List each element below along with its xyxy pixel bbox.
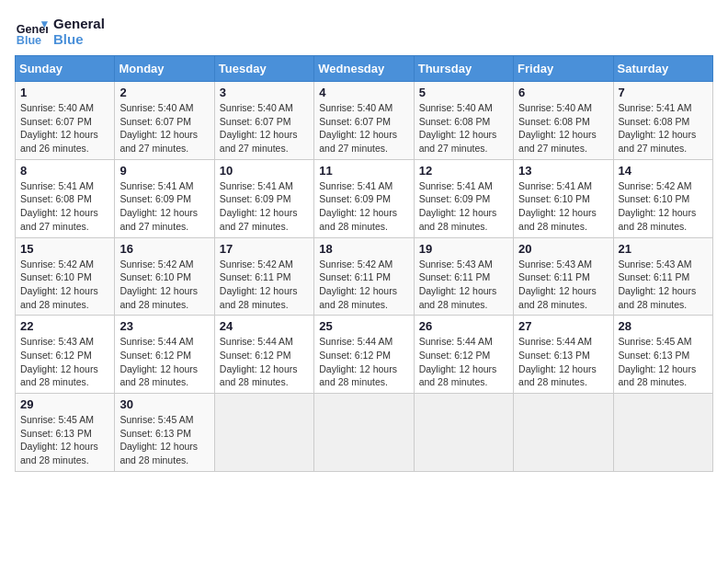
day-number: 11	[319, 164, 408, 178]
day-info: Sunrise: 5:40 AM Sunset: 6:07 PM Dayligh…	[20, 101, 109, 155]
day-header-monday: Monday	[115, 56, 214, 82]
day-number: 9	[119, 164, 209, 178]
calendar-table: SundayMondayTuesdayWednesdayThursdayFrid…	[15, 55, 713, 472]
day-header-tuesday: Tuesday	[214, 56, 313, 82]
day-header-wednesday: Wednesday	[314, 56, 414, 82]
calendar-cell: 19 Sunrise: 5:43 AM Sunset: 6:11 PM Dayl…	[414, 237, 513, 316]
calendar-cell: 7 Sunrise: 5:41 AM Sunset: 6:08 PM Dayli…	[613, 82, 712, 160]
calendar-header: SundayMondayTuesdayWednesdayThursdayFrid…	[16, 56, 713, 82]
day-number: 5	[419, 86, 508, 99]
calendar-cell	[214, 394, 313, 472]
day-number: 3	[220, 86, 309, 99]
calendar-cell: 21 Sunrise: 5:43 AM Sunset: 6:11 PM Dayl…	[613, 237, 712, 316]
day-number: 7	[619, 86, 708, 99]
day-info: Sunrise: 5:40 AM Sunset: 6:07 PM Dayligh…	[220, 101, 309, 155]
calendar-cell: 5 Sunrise: 5:40 AM Sunset: 6:08 PM Dayli…	[414, 82, 513, 160]
day-number: 16	[119, 242, 209, 256]
calendar-cell: 9 Sunrise: 5:41 AM Sunset: 6:09 PM Dayli…	[115, 159, 214, 237]
day-header-thursday: Thursday	[414, 56, 513, 82]
day-number: 18	[319, 242, 408, 256]
calendar-week-3: 15 Sunrise: 5:42 AM Sunset: 6:10 PM Dayl…	[16, 237, 713, 316]
day-number: 4	[319, 86, 408, 99]
calendar-cell: 4 Sunrise: 5:40 AM Sunset: 6:07 PM Dayli…	[314, 82, 414, 160]
day-number: 19	[419, 242, 508, 256]
day-number: 20	[518, 242, 608, 256]
day-info: Sunrise: 5:41 AM Sunset: 6:09 PM Dayligh…	[220, 179, 309, 234]
calendar-cell: 22 Sunrise: 5:43 AM Sunset: 6:12 PM Dayl…	[16, 316, 115, 394]
logo-general: General	[53, 16, 105, 31]
calendar-cell: 23 Sunrise: 5:44 AM Sunset: 6:12 PM Dayl…	[115, 316, 214, 394]
logo-icon: General Blue	[15, 15, 48, 48]
day-info: Sunrise: 5:42 AM Sunset: 6:10 PM Dayligh…	[20, 258, 109, 312]
day-number: 27	[518, 319, 608, 333]
day-number: 6	[518, 86, 608, 99]
day-info: Sunrise: 5:43 AM Sunset: 6:11 PM Dayligh…	[518, 258, 608, 312]
day-info: Sunrise: 5:44 AM Sunset: 6:13 PM Dayligh…	[518, 335, 608, 389]
svg-text:Blue: Blue	[17, 34, 41, 47]
day-info: Sunrise: 5:40 AM Sunset: 6:08 PM Dayligh…	[419, 101, 508, 155]
day-info: Sunrise: 5:45 AM Sunset: 6:13 PM Dayligh…	[20, 413, 109, 467]
day-number: 30	[119, 397, 209, 411]
day-number: 23	[119, 319, 209, 333]
day-info: Sunrise: 5:41 AM Sunset: 6:08 PM Dayligh…	[20, 179, 109, 234]
calendar-cell: 24 Sunrise: 5:44 AM Sunset: 6:12 PM Dayl…	[214, 316, 313, 394]
calendar-cell: 28 Sunrise: 5:45 AM Sunset: 6:13 PM Dayl…	[613, 316, 712, 394]
day-info: Sunrise: 5:41 AM Sunset: 6:09 PM Dayligh…	[419, 179, 508, 234]
day-number: 8	[20, 164, 109, 178]
calendar-cell: 30 Sunrise: 5:45 AM Sunset: 6:13 PM Dayl…	[115, 394, 214, 472]
calendar-week-5: 29 Sunrise: 5:45 AM Sunset: 6:13 PM Dayl…	[16, 394, 713, 472]
day-info: Sunrise: 5:40 AM Sunset: 6:08 PM Dayligh…	[518, 101, 608, 155]
day-number: 21	[619, 242, 708, 256]
calendar-cell: 16 Sunrise: 5:42 AM Sunset: 6:10 PM Dayl…	[115, 237, 214, 316]
day-info: Sunrise: 5:41 AM Sunset: 6:09 PM Dayligh…	[119, 179, 209, 234]
calendar-cell	[414, 394, 513, 472]
calendar-cell: 12 Sunrise: 5:41 AM Sunset: 6:09 PM Dayl…	[414, 159, 513, 237]
calendar-cell: 2 Sunrise: 5:40 AM Sunset: 6:07 PM Dayli…	[115, 82, 214, 160]
day-number: 1	[20, 86, 109, 99]
day-number: 17	[220, 242, 309, 256]
day-info: Sunrise: 5:40 AM Sunset: 6:07 PM Dayligh…	[319, 101, 408, 155]
day-info: Sunrise: 5:44 AM Sunset: 6:12 PM Dayligh…	[220, 335, 309, 389]
logo-blue: Blue	[53, 31, 105, 47]
day-number: 12	[419, 164, 508, 178]
calendar-cell: 15 Sunrise: 5:42 AM Sunset: 6:10 PM Dayl…	[16, 237, 115, 316]
calendar-cell: 18 Sunrise: 5:42 AM Sunset: 6:11 PM Dayl…	[314, 237, 414, 316]
day-info: Sunrise: 5:45 AM Sunset: 6:13 PM Dayligh…	[619, 335, 708, 389]
day-info: Sunrise: 5:44 AM Sunset: 6:12 PM Dayligh…	[419, 335, 508, 389]
calendar-cell: 3 Sunrise: 5:40 AM Sunset: 6:07 PM Dayli…	[214, 82, 313, 160]
calendar-cell: 8 Sunrise: 5:41 AM Sunset: 6:08 PM Dayli…	[16, 159, 115, 237]
day-info: Sunrise: 5:42 AM Sunset: 6:11 PM Dayligh…	[220, 258, 309, 312]
day-number: 13	[518, 164, 608, 178]
calendar-week-2: 8 Sunrise: 5:41 AM Sunset: 6:08 PM Dayli…	[16, 159, 713, 237]
calendar-cell: 25 Sunrise: 5:44 AM Sunset: 6:12 PM Dayl…	[314, 316, 414, 394]
calendar-week-1: 1 Sunrise: 5:40 AM Sunset: 6:07 PM Dayli…	[16, 82, 713, 160]
day-info: Sunrise: 5:42 AM Sunset: 6:10 PM Dayligh…	[119, 258, 209, 312]
day-header-sunday: Sunday	[16, 56, 115, 82]
day-info: Sunrise: 5:41 AM Sunset: 6:08 PM Dayligh…	[619, 101, 708, 155]
header: General Blue General Blue	[15, 15, 713, 48]
calendar-cell: 13 Sunrise: 5:41 AM Sunset: 6:10 PM Dayl…	[514, 159, 613, 237]
day-header-friday: Friday	[514, 56, 613, 82]
day-info: Sunrise: 5:42 AM Sunset: 6:10 PM Dayligh…	[619, 179, 708, 234]
day-number: 29	[20, 397, 109, 411]
day-info: Sunrise: 5:43 AM Sunset: 6:12 PM Dayligh…	[20, 335, 109, 389]
day-number: 26	[419, 319, 508, 333]
day-number: 15	[20, 242, 109, 256]
day-info: Sunrise: 5:41 AM Sunset: 6:10 PM Dayligh…	[518, 179, 608, 234]
calendar-cell: 27 Sunrise: 5:44 AM Sunset: 6:13 PM Dayl…	[514, 316, 613, 394]
calendar-cell	[514, 394, 613, 472]
day-number: 22	[20, 319, 109, 333]
logo: General Blue General Blue	[15, 15, 105, 48]
calendar-cell: 10 Sunrise: 5:41 AM Sunset: 6:09 PM Dayl…	[214, 159, 313, 237]
day-info: Sunrise: 5:40 AM Sunset: 6:07 PM Dayligh…	[119, 101, 209, 155]
calendar-cell: 26 Sunrise: 5:44 AM Sunset: 6:12 PM Dayl…	[414, 316, 513, 394]
day-number: 14	[619, 164, 708, 178]
calendar-cell: 14 Sunrise: 5:42 AM Sunset: 6:10 PM Dayl…	[613, 159, 712, 237]
day-number: 28	[619, 319, 708, 333]
day-info: Sunrise: 5:43 AM Sunset: 6:11 PM Dayligh…	[619, 258, 708, 312]
day-info: Sunrise: 5:42 AM Sunset: 6:11 PM Dayligh…	[319, 258, 408, 312]
calendar-cell: 20 Sunrise: 5:43 AM Sunset: 6:11 PM Dayl…	[514, 237, 613, 316]
calendar-cell	[314, 394, 414, 472]
calendar-cell: 17 Sunrise: 5:42 AM Sunset: 6:11 PM Dayl…	[214, 237, 313, 316]
day-header-saturday: Saturday	[613, 56, 712, 82]
